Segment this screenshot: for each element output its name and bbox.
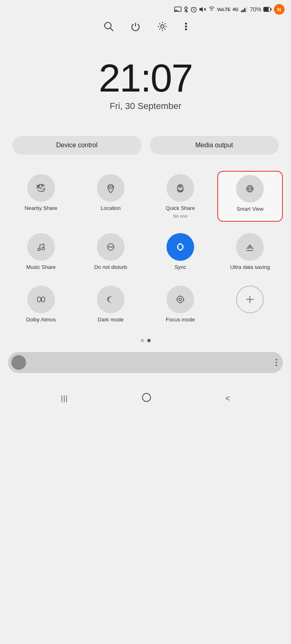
- battery-icon: [263, 7, 271, 12]
- dark-mode-icon: [97, 286, 125, 313]
- quick-share-icon: [166, 174, 194, 202]
- power-icon[interactable]: [130, 21, 141, 34]
- svg-point-14: [105, 22, 111, 29]
- dnd-label: Do not disturb: [94, 264, 127, 271]
- clock-time: 21:07: [0, 59, 291, 98]
- device-control-button[interactable]: Device control: [12, 136, 142, 155]
- tiles-row-3: Dolby Atmos Dark mode Focus mode: [0, 278, 291, 331]
- tiles-row-1: Nearby Share Location: [0, 167, 291, 226]
- svg-point-19: [185, 28, 187, 31]
- cast-icon: [174, 7, 182, 12]
- svg-rect-34: [37, 297, 41, 302]
- home-button[interactable]: [141, 392, 152, 406]
- sync-icon: [166, 233, 194, 261]
- menu-icon[interactable]: [184, 22, 188, 34]
- svg-rect-44: [142, 393, 151, 402]
- svg-point-1: [174, 11, 175, 12]
- svg-point-25: [110, 186, 112, 188]
- alarm-icon: [190, 6, 197, 13]
- signal-icon: [241, 7, 248, 12]
- svg-rect-10: [246, 7, 247, 12]
- nearby-share-icon: [27, 174, 55, 202]
- ultra-data-label: Ultra data saving: [230, 264, 270, 271]
- volte-label: VoLTE: [217, 7, 230, 12]
- tile-nearby-share[interactable]: Nearby Share: [8, 171, 74, 222]
- svg-point-29: [42, 247, 44, 250]
- quick-share-sublabel: No one: [173, 214, 187, 218]
- svg-rect-8: [243, 9, 244, 12]
- nearby-share-label: Nearby Share: [25, 205, 57, 212]
- add-tile-icon: [236, 286, 264, 313]
- svg-point-28: [38, 248, 40, 251]
- ultra-data-icon: [236, 233, 264, 261]
- svg-point-37: [179, 298, 182, 301]
- volume-knob[interactable]: [11, 355, 26, 370]
- wifi-calling-icon: [208, 6, 215, 13]
- svg-point-6: [211, 10, 212, 11]
- location-label: Location: [101, 205, 120, 212]
- volume-area: [0, 349, 291, 381]
- dnd-icon: [97, 233, 125, 261]
- bluetooth-icon: [184, 6, 188, 13]
- svg-rect-9: [244, 8, 245, 12]
- music-share-icon: [27, 233, 55, 261]
- svg-point-16: [161, 25, 164, 28]
- svg-rect-12: [264, 7, 269, 11]
- notification-badge[interactable]: N: [274, 4, 284, 15]
- tile-music-share[interactable]: Music Share: [8, 230, 74, 274]
- svg-point-36: [177, 296, 184, 303]
- tile-dnd[interactable]: Do not disturb: [78, 230, 143, 274]
- volume-bar[interactable]: [8, 352, 283, 373]
- tile-add[interactable]: [217, 282, 283, 327]
- quick-share-label: Quick Share: [166, 205, 195, 212]
- svg-rect-35: [42, 297, 45, 302]
- recent-apps-button[interactable]: |||: [61, 394, 68, 403]
- mute-icon: [199, 7, 206, 12]
- svg-line-15: [110, 28, 113, 31]
- svg-marker-3: [199, 7, 203, 12]
- dot-1: [141, 339, 144, 342]
- volume-menu-button[interactable]: [276, 359, 277, 366]
- dark-mode-label: Dark mode: [98, 317, 124, 323]
- svg-rect-13: [271, 8, 271, 11]
- page-dots: [0, 331, 291, 349]
- dolby-icon: [27, 286, 55, 313]
- battery-percentage: 70%: [250, 6, 261, 13]
- media-output-button[interactable]: Media output: [150, 136, 279, 155]
- svg-line-21: [40, 186, 42, 188]
- clock-area: 21:07 Fri, 30 September: [0, 42, 291, 136]
- quick-actions: Device control Media output: [0, 136, 291, 167]
- sync-label: Sync: [175, 264, 186, 271]
- tiles-row-2: Music Share Do not disturb Sync: [0, 226, 291, 278]
- settings-icon[interactable]: [157, 21, 168, 34]
- dolby-atmos-label: Dolby Atmos: [26, 317, 56, 323]
- tile-quick-share[interactable]: Quick Share No one: [148, 171, 213, 222]
- tile-dark-mode[interactable]: Dark mode: [78, 282, 143, 327]
- svg-rect-7: [241, 11, 242, 12]
- svg-point-18: [185, 26, 187, 28]
- dot-2: [147, 339, 151, 342]
- music-share-label: Music Share: [26, 264, 56, 271]
- back-button[interactable]: <: [225, 394, 230, 403]
- location-icon-tile: [97, 174, 125, 202]
- svg-point-17: [185, 23, 187, 25]
- svg-line-22: [40, 188, 42, 190]
- search-icon[interactable]: [103, 21, 114, 34]
- smart-view-label: Smart View: [236, 206, 263, 213]
- status-icons: VoLTE 4G 70%: [174, 6, 271, 13]
- tile-dolby-atmos[interactable]: Dolby Atmos: [8, 282, 74, 327]
- tile-location[interactable]: Location: [78, 171, 143, 222]
- tile-focus-mode[interactable]: Focus mode: [148, 282, 213, 327]
- nav-bar: ||| <: [0, 385, 291, 414]
- clock-date: Fri, 30 September: [0, 101, 291, 111]
- status-bar: VoLTE 4G 70% N: [0, 0, 291, 17]
- focus-mode-icon: [166, 286, 194, 313]
- action-bar: [0, 17, 291, 42]
- focus-mode-label: Focus mode: [166, 317, 195, 323]
- svg-point-27: [247, 186, 253, 192]
- 4g-label: 4G: [232, 7, 238, 12]
- smart-view-icon: [236, 175, 264, 203]
- tile-smart-view[interactable]: Smart View: [217, 171, 283, 222]
- tile-sync[interactable]: Sync: [148, 230, 213, 274]
- tile-ultra-data[interactable]: Ultra data saving: [217, 230, 283, 274]
